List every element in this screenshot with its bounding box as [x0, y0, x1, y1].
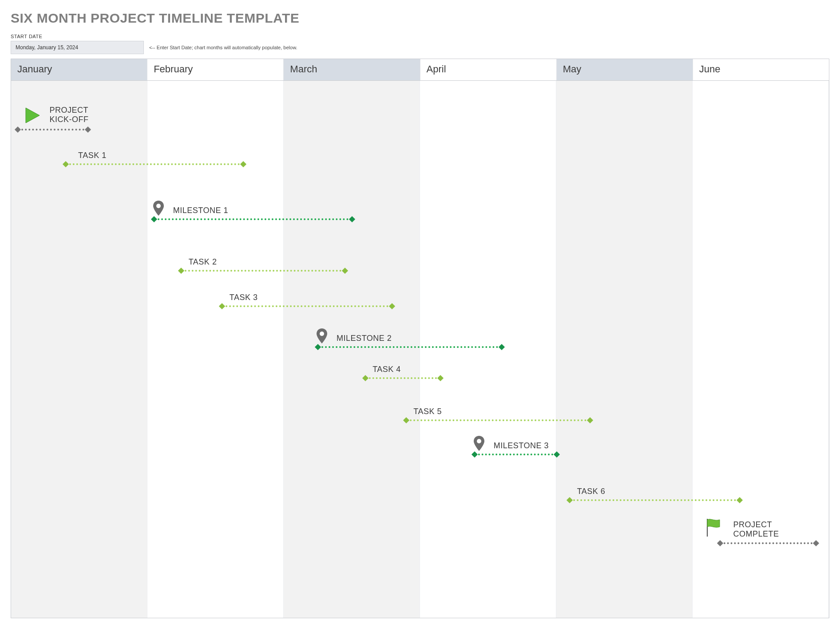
- task5-label: TASK 5: [413, 407, 442, 416]
- complete-bar: [720, 542, 816, 545]
- task6-bar: [570, 499, 740, 502]
- svg-point-1: [156, 204, 161, 208]
- svg-marker-0: [26, 108, 40, 123]
- svg-point-3: [477, 439, 481, 443]
- task2-label: TASK 2: [189, 257, 217, 267]
- month-header-feb: February: [147, 59, 284, 80]
- month-header-mar: March: [284, 59, 420, 80]
- month-header-jan: January: [11, 59, 147, 80]
- task3-label: TASK 3: [230, 293, 258, 302]
- start-date-input[interactable]: Monday, January 15, 2024: [11, 41, 144, 54]
- map-pin-icon: [153, 201, 164, 216]
- month-header-row: January February March April May June: [11, 59, 829, 81]
- task4-bar: [365, 377, 440, 380]
- task3-bar: [222, 305, 392, 308]
- task1-bar: [66, 163, 243, 166]
- task6-label: TASK 6: [577, 487, 606, 496]
- triangle-play-icon: [24, 107, 41, 124]
- milestone1-label: MILESTONE 1: [173, 206, 228, 215]
- task1-label: TASK 1: [78, 151, 107, 160]
- milestone1-bar: [154, 218, 352, 221]
- complete-label: PROJECTCOMPLETE: [733, 520, 779, 538]
- kickoff-bar: [18, 129, 88, 131]
- milestone3-label: MILESTONE 3: [494, 441, 549, 450]
- month-header-may: May: [557, 59, 693, 80]
- chart-body: PROJECTKICK-OFF TASK 1 MILESTONE 1 TASK …: [11, 81, 829, 618]
- flag-icon: [705, 518, 722, 537]
- start-date-hint: <-- Enter Start Date; chart months will …: [149, 45, 297, 50]
- timeline-chart: January February March April May June PR…: [11, 59, 829, 618]
- task2-bar: [181, 270, 345, 273]
- task4-label: TASK 4: [372, 365, 401, 374]
- map-pin-icon: [473, 436, 485, 451]
- milestone2-label: MILESTONE 2: [337, 334, 392, 343]
- kickoff-label: PROJECTKICK-OFF: [50, 106, 89, 124]
- task5-bar: [406, 419, 590, 422]
- page-title: SIX MONTH PROJECT TIMELINE TEMPLATE: [11, 11, 829, 26]
- month-header-apr: April: [420, 59, 557, 80]
- milestone2-bar: [318, 346, 502, 349]
- svg-point-2: [320, 332, 324, 336]
- map-pin-icon: [316, 328, 328, 344]
- month-header-jun: June: [693, 59, 829, 80]
- milestone3-bar: [475, 454, 556, 456]
- start-date-label: START DATE: [11, 34, 829, 39]
